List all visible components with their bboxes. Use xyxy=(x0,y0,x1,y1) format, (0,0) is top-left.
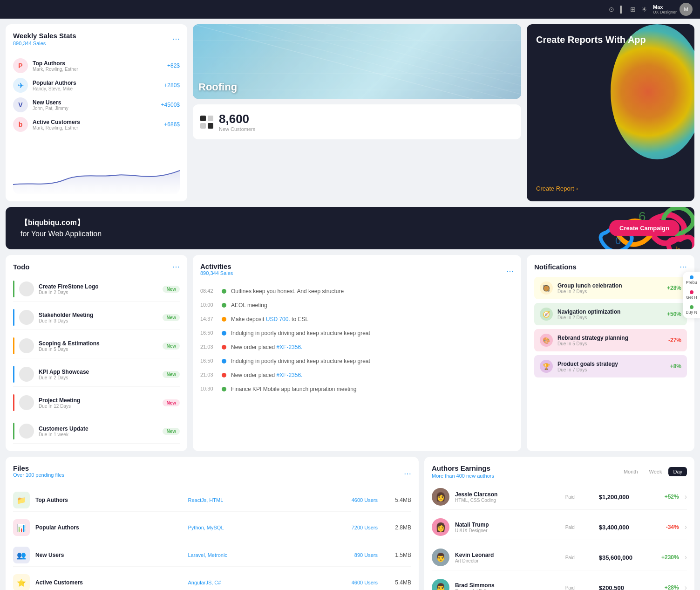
svg-text:b: b xyxy=(676,245,681,249)
files-menu-icon[interactable]: ⋯ xyxy=(404,469,411,478)
notif-item-title: Product goals strategy xyxy=(557,361,666,367)
chevron-right-icon[interactable]: › xyxy=(685,553,687,562)
drawer-dot xyxy=(690,275,693,279)
list-item: 👨 Brad Simmons Successful Fellas Paid $2… xyxy=(432,575,687,590)
author-role: Successful Fellas xyxy=(455,589,560,590)
list-item: Customers Update Due In 1 week New xyxy=(13,419,180,444)
svg-line-1 xyxy=(226,24,522,99)
todo-info: Customers Update Due In 1 week xyxy=(39,425,158,437)
tab-month[interactable]: Month xyxy=(619,467,643,476)
row-2: Todo ⋯ Create FireStone Logo Due In 2 Da… xyxy=(6,255,694,451)
popular-authors-value: +280$ xyxy=(164,82,180,89)
act-link[interactable]: #XF-2356. xyxy=(276,372,302,378)
side-drawer: Prebu Get H Buy N xyxy=(683,272,700,318)
weekly-menu-icon[interactable]: ⋯ xyxy=(172,34,180,43)
files-card: Files Over 100 pending files ⋯ 📁 Top Aut… xyxy=(6,457,419,590)
act-time: 10:30 xyxy=(200,386,217,391)
list-item: 📊 Popular Authors Python, MySQL 7200 Use… xyxy=(13,516,411,539)
act-dot xyxy=(222,359,226,364)
bar-chart-icon[interactable]: ▌ xyxy=(620,6,625,13)
stat-active-customers: b Active Customers Mark, Rowling, Esther… xyxy=(13,117,180,132)
author-avatar: 👨 xyxy=(432,549,449,566)
squares-icon xyxy=(200,116,213,129)
active-customers-sub: Mark, Rowling, Esther xyxy=(33,125,159,130)
todo-menu-icon[interactable]: ⋯ xyxy=(172,262,180,271)
file-tech: AngularJS, C# xyxy=(188,580,335,585)
chevron-right-icon[interactable]: › xyxy=(685,583,687,590)
file-size: 5.4MB xyxy=(383,579,411,586)
list-item: 🥘 Group lunch celebration Due In 2 Days … xyxy=(534,277,687,299)
files-list: 📁 Top Authors ReactJs, HTML 4600 Users 5… xyxy=(13,489,411,590)
list-item: Project Meeting Due In 12 Days New xyxy=(13,391,180,415)
file-tech: Python, MySQL xyxy=(188,525,335,530)
list-item: Create FireStone Logo Due In 2 Days New xyxy=(13,277,180,302)
drawer-item-buyn[interactable]: Buy N xyxy=(686,305,697,315)
list-item: 👥 New Users Laravel, Metronic 890 Users … xyxy=(13,544,411,567)
weekly-sales-stats-card: Weekly Sales Stats 890,344 Sales ⋯ P Top… xyxy=(6,24,187,201)
todo-badge: New xyxy=(163,371,180,378)
top-authors-name: Top Authors xyxy=(33,60,163,67)
user-role: UX Designer xyxy=(653,10,677,14)
top-authors-sub: Mark, Rowling, Esther xyxy=(33,67,163,72)
chevron-right-icon[interactable]: › xyxy=(685,493,687,501)
tab-day[interactable]: Day xyxy=(668,467,687,476)
reports-title: Create Reports With App xyxy=(536,34,685,46)
notif-value: +50% xyxy=(667,311,681,317)
todo-item-name: Scoping & Estimations xyxy=(39,340,158,347)
create-campaign-button[interactable]: Create Campaign xyxy=(609,220,680,236)
search-icon[interactable]: ⊙ xyxy=(609,6,614,13)
author-change: +230% xyxy=(651,554,679,561)
active-customers-name: Active Customers xyxy=(33,119,159,125)
notifications-menu-icon[interactable]: ⋯ xyxy=(680,262,687,271)
todo-item-due: Due In 1 week xyxy=(39,432,158,437)
drawer-dot xyxy=(690,290,693,294)
file-name: Popular Authors xyxy=(35,524,183,531)
act-link[interactable]: #XF-2356. xyxy=(276,344,302,350)
popular-authors-sub: Randy, Steve, Mike xyxy=(33,86,159,91)
list-item: 10:00 AEOL meeting xyxy=(200,300,514,310)
activities-menu-icon[interactable]: ⋯ xyxy=(506,267,514,276)
drawer-item-prebu[interactable]: Prebu xyxy=(686,275,697,285)
file-name: Active Customers xyxy=(35,579,183,586)
act-time: 16:50 xyxy=(200,358,217,364)
notif-info: Group lunch celebration Due In 2 Days xyxy=(557,282,662,294)
author-amount: $200,500 xyxy=(599,584,646,590)
author-amount: $3,400,000 xyxy=(599,524,646,531)
campaign-subtitle: for Your Web Application xyxy=(20,230,102,238)
author-avatar: 👨 xyxy=(432,579,449,590)
notifications-header: Notifications ⋯ xyxy=(534,262,687,271)
todo-avatar xyxy=(19,395,34,410)
roofing-title: Roofing xyxy=(198,81,237,93)
drawer-item-geth[interactable]: Get H xyxy=(686,290,697,300)
stat-top-authors: P Top Authors Mark, Rowling, Esther +82$ xyxy=(13,58,180,73)
create-report-link[interactable]: Create Report › xyxy=(536,185,685,192)
act-dot xyxy=(222,303,226,308)
act-time: 08:42 xyxy=(200,288,217,294)
author-name: Natali Trump xyxy=(455,521,560,528)
author-avatar: 👩 xyxy=(432,488,449,506)
list-item: 👩 Jessie Clarcson HTML, CSS Coding Paid … xyxy=(432,484,687,510)
theme-icon[interactable]: ☀ xyxy=(641,6,647,13)
todo-item-name: Stakeholder Meeting xyxy=(39,312,158,318)
chevron-right-icon[interactable]: › xyxy=(685,523,687,531)
grid-icon[interactable]: ⊞ xyxy=(630,6,636,13)
avatar[interactable]: M xyxy=(680,3,693,16)
file-users: 4600 Users xyxy=(340,580,378,585)
stat-popular-authors: ✈ Popular Authors Randy, Steve, Mike +28… xyxy=(13,78,180,93)
file-size: 2.8MB xyxy=(383,524,411,531)
act-link[interactable]: USD 700. xyxy=(266,316,290,322)
notif-item-due: Due In 2 Days xyxy=(557,289,662,294)
act-text: Outlines keep you honest. And keep struc… xyxy=(231,288,344,295)
author-role: HTML, CSS Coding xyxy=(455,498,560,503)
list-item: 16:50 Indulging in poorly driving and ke… xyxy=(200,356,514,366)
active-customers-value: +686$ xyxy=(164,121,180,128)
sq3 xyxy=(200,123,206,129)
sq4 xyxy=(208,123,213,129)
activities-list: 08:42 Outlines keep you honest. And keep… xyxy=(200,286,514,394)
author-amount: $35,600,000 xyxy=(599,554,646,561)
tab-week[interactable]: Week xyxy=(645,467,667,476)
file-icon: ⭐ xyxy=(13,574,30,590)
files-title: Files xyxy=(13,464,64,472)
author-info: Brad Simmons Successful Fellas xyxy=(455,582,560,590)
author-role: Art Director xyxy=(455,558,560,563)
